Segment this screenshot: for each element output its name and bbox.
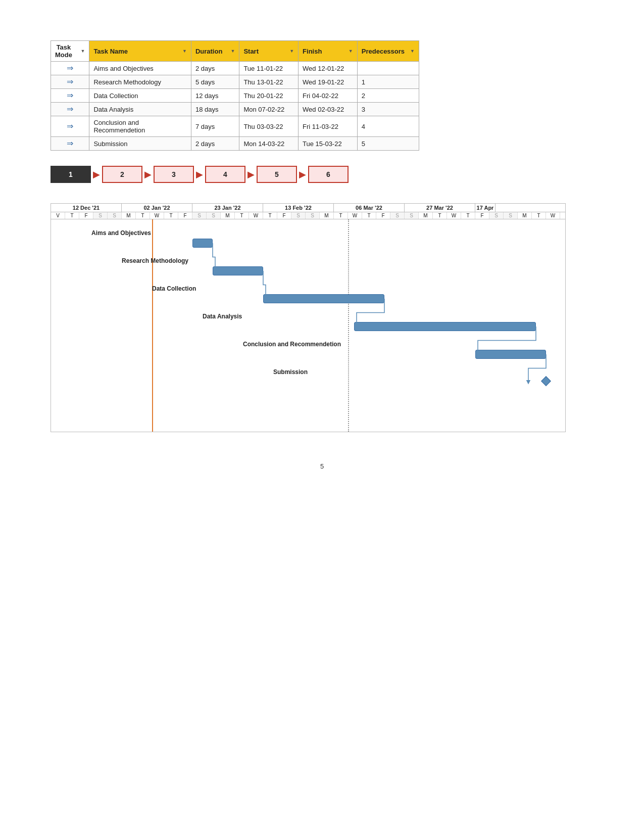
table-row: ⇒Data Analysis18 daysMon 07-02-22Wed 02-… bbox=[51, 103, 419, 116]
task-finish-cell: Fri 04-02-22 bbox=[299, 89, 358, 103]
col-header-start: Start ▼ bbox=[239, 41, 299, 62]
gantt-header-weeks: 12 Dec '2102 Jan '2223 Jan '2213 Feb '22… bbox=[51, 204, 565, 212]
gantt-day-label: M bbox=[518, 212, 532, 219]
gantt-day-label: W bbox=[249, 212, 263, 219]
col-header-duration: Duration ▼ bbox=[191, 41, 239, 62]
gantt-body: Aims and ObjectivesResearch MethodologyD… bbox=[51, 219, 565, 432]
gantt-day-label: V bbox=[51, 212, 65, 219]
gantt-day-label: F bbox=[178, 212, 192, 219]
flow-arrow-icon: ▶ bbox=[91, 169, 102, 180]
task-finish-cell: Wed 19-01-22 bbox=[299, 75, 358, 89]
task-mode-icon: ⇒ bbox=[67, 122, 73, 130]
gantt-day-label: T bbox=[461, 212, 475, 219]
gantt-day-label: F bbox=[376, 212, 390, 219]
gantt-today-line bbox=[152, 219, 153, 432]
gantt-day-label: F bbox=[277, 212, 291, 219]
gantt-task-label: Submission bbox=[273, 368, 308, 376]
gantt-day-label: W bbox=[150, 212, 164, 219]
task-name-cell: Data Collection bbox=[89, 89, 191, 103]
task-duration-cell: 18 days bbox=[191, 103, 239, 116]
task-name-cell: Research Methodology bbox=[89, 75, 191, 89]
gantt-marker-line bbox=[348, 219, 349, 432]
gantt-day-label: S bbox=[192, 212, 207, 219]
gantt-day-label: S bbox=[489, 212, 504, 219]
task-duration-cell: 12 days bbox=[191, 89, 239, 103]
gantt-day-label: S bbox=[108, 212, 122, 219]
gantt-task-bar bbox=[354, 322, 536, 331]
task-start-cell: Mon 14-03-22 bbox=[239, 137, 299, 151]
page-number: 5 bbox=[51, 462, 593, 470]
gantt-day-label: T bbox=[164, 212, 178, 219]
gantt-task-label: Data Collection bbox=[152, 285, 196, 292]
flow-arrow-icon: ▶ bbox=[297, 169, 308, 180]
gantt-task-label: Research Methodology bbox=[122, 257, 188, 264]
gantt-week-label: 06 Mar '22 bbox=[334, 204, 405, 212]
table-row: ⇒Submission2 daysMon 14-03-22Tue 15-03-2… bbox=[51, 137, 419, 151]
gantt-day-label: M bbox=[122, 212, 136, 219]
col-header-predecessors: Predecessors ▼ bbox=[357, 41, 419, 62]
task-mode-icon: ⇒ bbox=[67, 105, 73, 113]
task-predecessors-cell: 2 bbox=[357, 89, 419, 103]
gantt-week-label: 27 Mar '22 bbox=[405, 204, 475, 212]
flow-node-5: 5 bbox=[257, 166, 297, 183]
table-row: ⇒Conclusion andRecommendetion7 daysThu 0… bbox=[51, 116, 419, 137]
gantt-day-label: M bbox=[320, 212, 334, 219]
flow-arrow-icon: ▶ bbox=[142, 169, 154, 180]
task-mode-cell: ⇒ bbox=[51, 116, 89, 137]
gantt-day-label: S bbox=[306, 212, 320, 219]
gantt-day-label: T bbox=[433, 212, 447, 219]
task-predecessors-cell: 3 bbox=[357, 103, 419, 116]
flow-node-4: 4 bbox=[205, 166, 245, 183]
gantt-day-label: T bbox=[235, 212, 249, 219]
gantt-day-label: W bbox=[348, 212, 362, 219]
task-table: TaskMode ▼ Task Name ▼ Duration ▼ Start … bbox=[51, 40, 419, 151]
gantt-day-label: T bbox=[532, 212, 546, 219]
gantt-day-label: M bbox=[221, 212, 235, 219]
flow-arrow-icon: ▶ bbox=[245, 169, 257, 180]
task-mode-cell: ⇒ bbox=[51, 103, 89, 116]
task-mode-cell: ⇒ bbox=[51, 75, 89, 89]
gantt-task-bar bbox=[192, 239, 213, 248]
table-row: ⇒Aims and Objectives2 daysTue 11-01-22We… bbox=[51, 62, 419, 75]
task-duration-cell: 7 days bbox=[191, 116, 239, 137]
gantt-day-label: S bbox=[207, 212, 221, 219]
gantt-week-label: 17 Apr bbox=[475, 204, 496, 212]
flow-node-6: 6 bbox=[308, 166, 349, 183]
flow-arrow-icon: ▶ bbox=[194, 169, 205, 180]
table-row: ⇒Data Collection12 daysThu 20-01-22Fri 0… bbox=[51, 89, 419, 103]
task-start-cell: Thu 13-01-22 bbox=[239, 75, 299, 89]
task-table-section: TaskMode ▼ Task Name ▼ Duration ▼ Start … bbox=[51, 40, 593, 151]
gantt-task-label: Aims and Objectives bbox=[91, 229, 151, 237]
task-name-cell: Submission bbox=[89, 137, 191, 151]
task-mode-cell: ⇒ bbox=[51, 89, 89, 103]
task-start-cell: Thu 20-01-22 bbox=[239, 89, 299, 103]
task-predecessors-cell: 1 bbox=[357, 75, 419, 89]
gantt-day-label: S bbox=[390, 212, 405, 219]
task-predecessors-cell bbox=[357, 62, 419, 75]
task-finish-cell: Wed 12-01-22 bbox=[299, 62, 358, 75]
gantt-task-label: Data Analysis bbox=[203, 313, 242, 320]
gantt-day-label: T bbox=[362, 212, 376, 219]
gantt-container: 12 Dec '2102 Jan '2223 Jan '2213 Feb '22… bbox=[51, 203, 566, 432]
task-start-cell: Mon 07-02-22 bbox=[239, 103, 299, 116]
gantt-section: 12 Dec '2102 Jan '2223 Jan '2213 Feb '22… bbox=[51, 203, 593, 432]
task-mode-cell: ⇒ bbox=[51, 137, 89, 151]
gantt-day-label: W bbox=[546, 212, 560, 219]
task-mode-icon: ⇒ bbox=[67, 140, 73, 148]
task-name-cell: Data Analysis bbox=[89, 103, 191, 116]
task-duration-cell: 2 days bbox=[191, 62, 239, 75]
task-duration-cell: 2 days bbox=[191, 137, 239, 151]
gantt-day-label: T bbox=[136, 212, 150, 219]
task-name-cell: Aims and Objectives bbox=[89, 62, 191, 75]
task-finish-cell: Fri 11-03-22 bbox=[299, 116, 358, 137]
gantt-week-label: 23 Jan '22 bbox=[192, 204, 263, 212]
gantt-milestone-diamond bbox=[541, 376, 551, 386]
gantt-day-label: F bbox=[79, 212, 93, 219]
flow-node-1: 1 bbox=[51, 166, 91, 183]
gantt-day-label: S bbox=[93, 212, 108, 219]
col-header-name: Task Name ▼ bbox=[89, 41, 191, 62]
flow-node-3: 3 bbox=[154, 166, 194, 183]
gantt-task-bar bbox=[213, 266, 263, 275]
task-predecessors-cell: 5 bbox=[357, 137, 419, 151]
flow-node-2: 2 bbox=[102, 166, 142, 183]
